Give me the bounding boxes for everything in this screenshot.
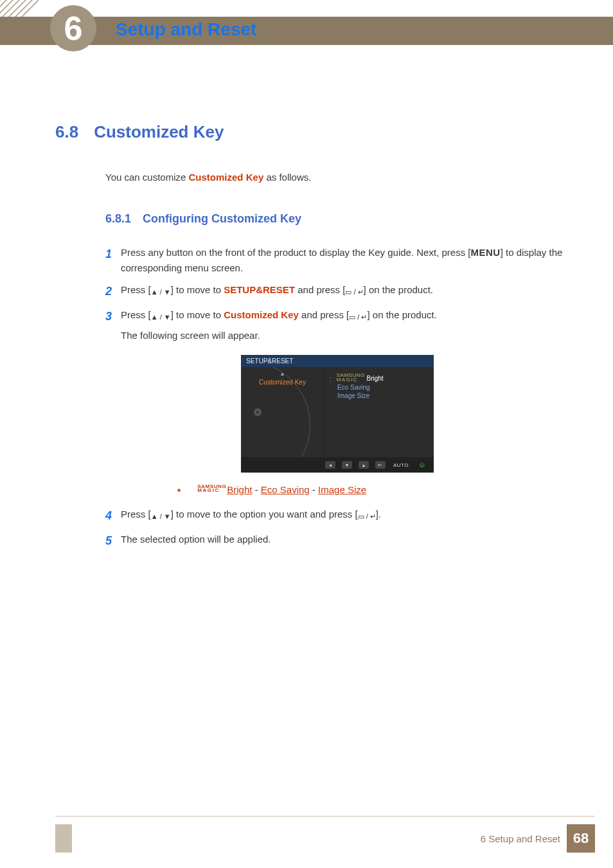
link-image-size[interactable]: Image Size <box>318 484 366 495</box>
footer-chapter-text: 6 Setup and Reset <box>481 833 560 844</box>
down-icon: ▾ <box>342 461 352 469</box>
power-icon: ⏻ <box>416 461 427 469</box>
osd-title: SETUP&RESET <box>241 355 434 367</box>
menu-key-icon: MENU <box>470 247 500 258</box>
select-enter-icon: ▭ / ↵ <box>345 287 363 298</box>
section-number: 6.8 <box>55 122 78 141</box>
options-bullet: SAMSUNG MAGIC Bright - Eco Saving - Imag… <box>177 484 569 495</box>
subsection-number: 6.8.1 <box>105 212 131 225</box>
link-bright[interactable]: Bright <box>227 484 252 495</box>
back-icon: ◂ <box>325 461 335 469</box>
steps-list: 1 Press any button on the front of the p… <box>105 245 569 550</box>
gear-icon <box>253 407 263 417</box>
bullet-icon <box>177 489 181 492</box>
section-title: Customized Key <box>94 122 224 141</box>
osd-screenshot: SETUP&RESET ▲ Customized Key : <box>241 355 434 473</box>
up-down-icon: ▲ / ▼ <box>151 312 171 323</box>
link-eco-saving[interactable]: Eco Saving <box>261 484 310 495</box>
select-enter-icon: ▭ / ↵ <box>358 511 376 523</box>
step-1: 1 Press any button on the front of the p… <box>105 245 569 276</box>
samsung-magic-brand: SAMSUNG MAGIC <box>197 485 226 493</box>
footer-rule <box>55 816 595 817</box>
chapter-number: 6 <box>64 9 83 48</box>
section-heading: 6.8Customized Key <box>55 122 569 142</box>
step-5: 5 The selected option will be applied. <box>105 532 569 550</box>
footer-left-block <box>55 824 72 853</box>
select-enter-icon: ▭ / ↵ <box>349 312 367 323</box>
osd-footer: ◂ ▾ ▴ ↵ AUTO ⏻ <box>241 457 434 473</box>
up-down-icon: ▲ / ▼ <box>151 511 171 523</box>
step-3: 3 Press [▲ / ▼] to move to Customized Ke… <box>105 307 569 344</box>
chapter-badge: 6 <box>50 5 96 51</box>
page-number: 68 <box>567 824 595 853</box>
step-4: 4 Press [▲ / ▼] to move to the option yo… <box>105 507 569 525</box>
svg-point-8 <box>256 411 259 413</box>
chapter-title: Setup and Reset <box>116 19 256 40</box>
up-icon: ▴ <box>359 461 369 469</box>
up-down-icon: ▲ / ▼ <box>151 287 171 298</box>
footer: 6 Setup and Reset 68 <box>481 824 595 853</box>
subsection-title: Configuring Customized Key <box>143 212 301 225</box>
auto-icon: AUTO <box>392 461 410 469</box>
intro-text: You can customize Customized Key as foll… <box>105 172 569 183</box>
subsection-heading: 6.8.1Configuring Customized Key <box>105 212 569 226</box>
step-2: 2 Press [▲ / ▼] to move to SETUP&RESET a… <box>105 282 569 301</box>
enter-icon: ↵ <box>375 461 386 469</box>
